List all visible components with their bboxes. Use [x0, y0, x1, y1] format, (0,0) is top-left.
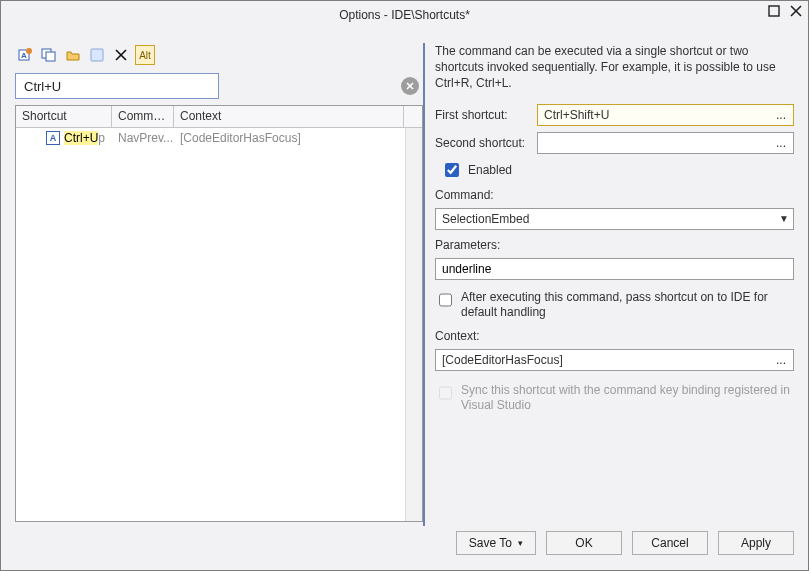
enabled-label: Enabled — [468, 163, 512, 177]
svg-point-5 — [26, 48, 32, 54]
options-dialog: Options - IDE\Shortcuts* A — [0, 0, 809, 571]
dialog-footer: Save To OK Cancel Apply — [1, 526, 808, 570]
svg-rect-8 — [91, 49, 103, 61]
description-text: The command can be executed via a single… — [435, 43, 794, 92]
svg-rect-7 — [46, 52, 55, 61]
first-shortcut-label: First shortcut: — [435, 108, 531, 122]
svg-text:A: A — [21, 51, 27, 60]
shortcut-row-icon: A — [46, 131, 60, 145]
delete-button[interactable] — [111, 45, 131, 65]
apply-button[interactable]: Apply — [718, 531, 794, 555]
column-header-context[interactable]: Context — [174, 106, 404, 127]
sync-vs-label: Sync this shortcut with the command key … — [461, 383, 794, 414]
parameters-input[interactable] — [435, 258, 794, 280]
chevron-down-icon: ▼ — [779, 213, 789, 224]
pass-to-ide-label: After executing this command, pass short… — [461, 290, 794, 321]
window-title: Options - IDE\Shortcuts* — [339, 8, 470, 22]
command-select[interactable]: SelectionEmbed ▼ — [435, 208, 794, 230]
first-shortcut-field[interactable]: Ctrl+Shift+U ... — [537, 104, 794, 126]
cell-command: NavPrev... — [112, 131, 174, 145]
command-label: Command: — [435, 188, 794, 202]
context-field[interactable]: [CodeEditorHasFocus] ... — [435, 349, 794, 371]
shortcut-rest: p — [98, 131, 105, 145]
second-shortcut-label: Second shortcut: — [435, 136, 531, 150]
grid-body[interactable]: A Ctrl+Up NavPrev... [CodeEditorHasFocus… — [16, 128, 405, 521]
context-browse[interactable]: ... — [771, 353, 791, 367]
second-shortcut-field[interactable]: ... — [537, 132, 794, 154]
shortcuts-list-pane: A Alt — [15, 43, 423, 526]
titlebar: Options - IDE\Shortcuts* — [1, 1, 808, 29]
close-icon[interactable] — [790, 5, 802, 17]
save-button[interactable] — [87, 45, 107, 65]
shortcuts-grid: Shortcut Comma... Context A Ctrl+Up — [15, 105, 423, 522]
table-row[interactable]: A Ctrl+Up NavPrev... [CodeEditorHasFocus… — [16, 128, 405, 148]
duplicate-shortcut-button[interactable] — [39, 45, 59, 65]
alt-filter-button[interactable]: Alt — [135, 45, 155, 65]
pass-to-ide-checkbox[interactable] — [439, 293, 452, 307]
first-shortcut-browse[interactable]: ... — [771, 108, 791, 122]
new-shortcut-button[interactable]: A — [15, 45, 35, 65]
shortcut-highlight: Ctrl+U — [64, 131, 98, 145]
save-to-button[interactable]: Save To — [456, 531, 536, 555]
details-pane: The command can be executed via a single… — [423, 43, 794, 526]
svg-rect-0 — [769, 6, 779, 16]
toolbar: A Alt — [15, 43, 423, 73]
search-input[interactable] — [15, 73, 219, 99]
column-header-command[interactable]: Comma... — [112, 106, 174, 127]
cell-context: [CodeEditorHasFocus] — [174, 131, 405, 145]
maximize-icon[interactable] — [768, 5, 780, 17]
parameters-label: Parameters: — [435, 238, 794, 252]
ok-button[interactable]: OK — [546, 531, 622, 555]
cancel-button[interactable]: Cancel — [632, 531, 708, 555]
vertical-scrollbar[interactable] — [405, 128, 422, 521]
folder-open-button[interactable] — [63, 45, 83, 65]
column-header-shortcut[interactable]: Shortcut — [16, 106, 112, 127]
clear-search-button[interactable] — [401, 77, 419, 95]
context-label: Context: — [435, 329, 794, 343]
second-shortcut-browse[interactable]: ... — [771, 136, 791, 150]
sync-vs-checkbox — [439, 386, 452, 400]
enabled-checkbox[interactable] — [445, 163, 459, 177]
